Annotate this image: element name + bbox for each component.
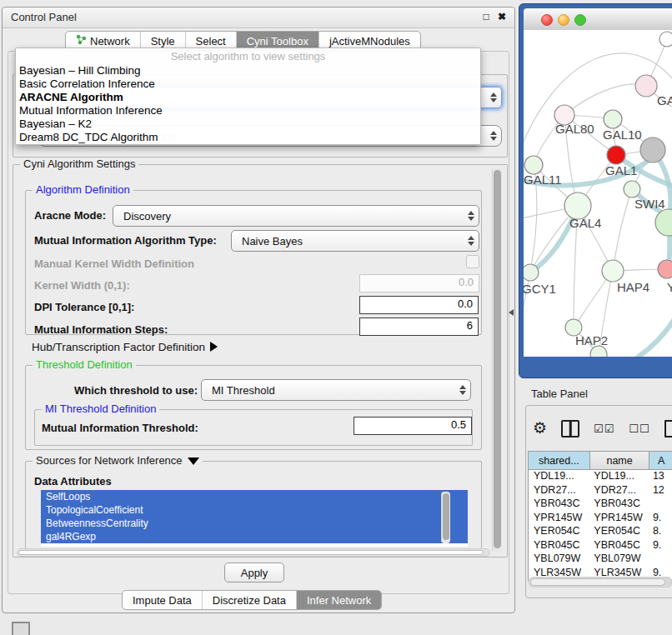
table-column-header[interactable]: A	[649, 452, 672, 469]
table-body: YDL19...YDL19...13YDR27...YDR27...12YBR0…	[529, 470, 672, 581]
float-window-icon[interactable]: □	[479, 10, 493, 23]
aracne-mode-combo[interactable]: Discovery	[113, 205, 479, 227]
apply-button[interactable]: Apply	[224, 562, 284, 582]
algorithm-option[interactable]: Basic Correlation Inference	[16, 78, 480, 91]
node-table: shared...nameA YDL19...YDL19...13YDR27..…	[528, 451, 672, 581]
select-all-checks-icon[interactable]: ☑☑	[594, 422, 614, 435]
network-node-label: GAL10	[603, 128, 642, 142]
network-node-label: GCY1	[524, 282, 556, 296]
attribute-list-item[interactable]: BetweennessCentrality	[41, 517, 468, 530]
algorithm-option[interactable]: Bayesian – Hill Climbing	[16, 64, 480, 78]
tab-impute-data[interactable]: Impute Data	[123, 591, 203, 609]
network-node-label: GAL	[657, 93, 672, 108]
dpi-tolerance-field[interactable]: 0.0	[359, 296, 479, 314]
attribute-list-item[interactable]: SelfLoops	[41, 490, 468, 503]
network-node[interactable]	[640, 138, 665, 162]
table-cell: YPR145W	[529, 512, 589, 526]
mi-type-label: Mutual Information Algorithm Type:	[34, 234, 217, 247]
attributes-list-scrollbar[interactable]	[441, 492, 450, 543]
close-window-icon[interactable]: ✖	[495, 10, 509, 23]
network-node[interactable]	[659, 32, 672, 47]
cyni-algorithm-settings-group: Cyni Algorithm Settings Algorithm Defini…	[13, 164, 508, 558]
attributes-scrollbar-thumb[interactable]	[443, 493, 449, 540]
table-row[interactable]: YBR043CYBR043C	[529, 498, 672, 512]
which-threshold-combo[interactable]: MI Threshold	[201, 379, 471, 401]
control-panel-titlebar[interactable]: Control Panel □ ✖	[3, 8, 514, 28]
new-table-icon[interactable]	[664, 420, 672, 438]
settings-horizontal-scrollbar[interactable]	[17, 548, 490, 557]
network-node[interactable]	[635, 75, 657, 97]
table-column-header[interactable]: name	[590, 452, 650, 469]
network-node[interactable]	[524, 156, 543, 174]
network-canvas[interactable]: GALGAL80GAL10GAL1GAL11SWI4GAL4GCY1HAP4YH…	[524, 30, 672, 357]
manual-kernel-label: Manual Kernel Width Definition	[34, 258, 194, 270]
table-column-header[interactable]: shared...	[529, 452, 590, 469]
mi-steps-field[interactable]: 6	[359, 318, 479, 336]
network-node[interactable]	[658, 260, 672, 278]
manual-kernel-checkbox[interactable]	[466, 255, 479, 268]
hub-definition-toggle[interactable]: Hub/Transcription Factor Definition	[32, 341, 218, 353]
algorithm-option[interactable]: Dream8 DC_TDC Algorithm	[16, 131, 480, 144]
table-row[interactable]: YBR045CYBR045C9.	[529, 539, 672, 553]
table-hscrollbar-thumb[interactable]	[530, 578, 665, 586]
dock-panel-icon[interactable]	[12, 622, 30, 635]
table-row[interactable]: YDR27...YDR27...12	[529, 484, 672, 498]
table-cell: YPR145W	[589, 512, 648, 526]
table-cell: 9.	[648, 512, 672, 526]
expand-right-icon[interactable]	[210, 342, 218, 352]
settings-scrollbar-thumb[interactable]	[494, 170, 501, 548]
network-icon	[76, 34, 87, 48]
table-cell: 9.	[648, 539, 672, 553]
mi-type-combo[interactable]: Naive Bayes	[231, 230, 479, 252]
settings-vertical-scrollbar[interactable]	[492, 168, 502, 552]
deselect-all-checks-icon[interactable]: ☐☐	[629, 422, 649, 435]
algorithm-option[interactable]: ARACNE Algorithm	[16, 91, 480, 104]
aracne-mode-label: Aracne Mode:	[34, 209, 106, 222]
combo-stepper-icon[interactable]	[486, 131, 501, 141]
table-cell: YBL079W	[529, 552, 589, 567]
minimize-traffic-icon[interactable]	[558, 14, 569, 26]
tab-infer-network[interactable]: Infer Network	[297, 591, 381, 609]
columns-icon[interactable]	[561, 420, 579, 438]
table-row[interactable]: YDL19...YDL19...13	[529, 470, 672, 484]
settings-hscrollbar-thumb[interactable]	[18, 550, 484, 555]
network-window-titlebar[interactable]	[524, 8, 672, 31]
kernel-width-field[interactable]: 0.0	[359, 274, 479, 292]
network-node[interactable]	[524, 264, 539, 281]
zoom-traffic-icon[interactable]	[574, 14, 586, 26]
control-panel-title: Control Panel	[11, 11, 77, 23]
algorithm-option[interactable]: Mutual Information Inference	[16, 104, 480, 118]
table-cell: YBR043C	[589, 498, 648, 512]
network-node[interactable]	[604, 110, 622, 128]
network-node[interactable]	[655, 209, 672, 236]
table-row[interactable]: YER054CYER054C8.	[529, 525, 672, 539]
network-node[interactable]	[602, 260, 624, 282]
combo-stepper-icon[interactable]	[486, 92, 501, 102]
table-cell: YDR27...	[529, 484, 589, 498]
aracne-mode-value: Discovery	[113, 210, 171, 222]
table-row[interactable]: YPR145WYPR145W9.	[529, 512, 672, 526]
mi-threshold-field[interactable]: 0.5	[354, 417, 472, 435]
network-node[interactable]	[607, 146, 625, 164]
tab-discretize-data[interactable]: Discretize Data	[203, 591, 297, 609]
collapse-down-icon[interactable]	[188, 458, 199, 465]
algorithm-option[interactable]: Bayesian – K2	[16, 118, 480, 131]
network-edge[interactable]	[613, 189, 632, 271]
attribute-list-item[interactable]: TopologicalCoefficient	[41, 503, 468, 517]
splitpane-collapse-arrow[interactable]	[509, 309, 514, 316]
gear-icon[interactable]: ⚙	[533, 420, 547, 437]
data-attributes-list[interactable]: SelfLoopsTopologicalCoefficientBetweenne…	[41, 490, 468, 547]
network-edge[interactable]	[564, 84, 646, 115]
close-traffic-icon[interactable]	[541, 14, 553, 26]
table-row[interactable]: YBL079WYBL079W	[529, 552, 672, 567]
network-node[interactable]	[624, 181, 640, 198]
combo-stepper-icon[interactable]	[455, 385, 470, 395]
attribute-list-item[interactable]: gal4RGexp	[41, 530, 468, 543]
combo-stepper-icon[interactable]	[464, 236, 479, 246]
algorithm-definition-title: Algorithm Definition	[33, 183, 133, 196]
kernel-width-label: Kernel Width (0,1):	[34, 279, 130, 292]
network-node-label: GAL1	[605, 163, 637, 178]
combo-stepper-icon[interactable]	[464, 211, 479, 221]
network-node-label: SWI4	[634, 197, 665, 211]
table-horizontal-scrollbar[interactable]	[529, 577, 672, 588]
